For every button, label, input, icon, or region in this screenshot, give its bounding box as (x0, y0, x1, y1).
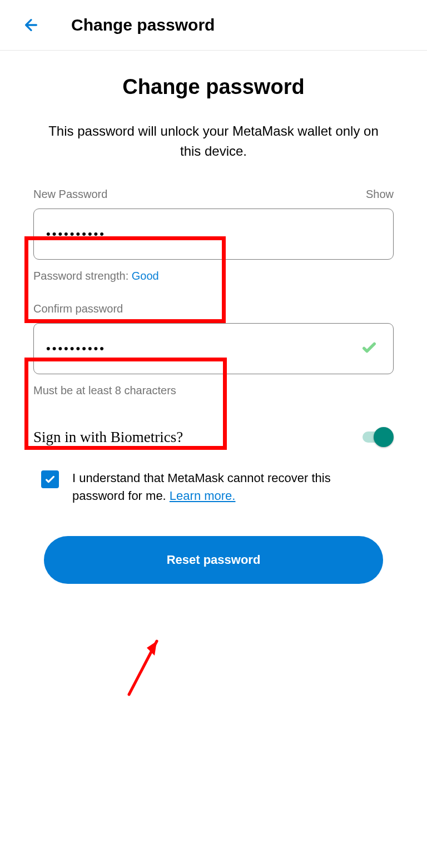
new-password-label-row: New Password Show (33, 188, 394, 201)
password-strength-value: Good (132, 270, 159, 282)
learn-more-link[interactable]: Learn more. (170, 489, 236, 503)
password-strength: Password strength: Good (33, 270, 394, 282)
app-header: Change password (0, 0, 427, 51)
new-password-group: New Password Show Password strength: Goo… (33, 188, 394, 282)
new-password-label: New Password (33, 188, 107, 201)
confirm-password-group: Confirm password Must be at least 8 char… (33, 302, 394, 397)
reset-password-button[interactable]: Reset password (44, 536, 383, 584)
page-description: This password will unlock your MetaMask … (33, 121, 394, 161)
show-password-toggle[interactable]: Show (366, 188, 394, 201)
new-password-input[interactable] (33, 209, 394, 260)
acknowledge-checkbox[interactable] (41, 470, 59, 488)
confirm-password-label: Confirm password (33, 302, 123, 315)
biometrics-toggle[interactable] (363, 427, 394, 447)
back-arrow-icon[interactable] (22, 16, 40, 34)
toggle-thumb (374, 427, 394, 447)
checkmark-icon (44, 473, 56, 485)
svg-line-0 (129, 641, 157, 695)
confirm-password-input-wrap (33, 323, 394, 374)
confirm-password-hint: Must be at least 8 characters (33, 384, 394, 397)
acknowledge-row: I understand that MetaMask cannot recove… (33, 469, 394, 505)
biometrics-row: Sign in with Biometrics? (33, 427, 394, 447)
new-password-input-wrap (33, 209, 394, 260)
acknowledge-text: I understand that MetaMask cannot recove… (72, 469, 386, 505)
confirm-password-input[interactable] (33, 323, 394, 374)
header-title: Change password (71, 16, 215, 34)
svg-marker-1 (147, 641, 157, 656)
annotation-arrow-icon (123, 633, 168, 700)
biometrics-label: Sign in with Biometrics? (33, 429, 183, 446)
main-content: Change password This password will unloc… (0, 51, 427, 606)
page-title: Change password (33, 75, 394, 99)
confirm-match-check-icon (360, 339, 378, 359)
confirm-password-label-row: Confirm password (33, 302, 394, 315)
password-strength-label: Password strength: (33, 270, 132, 282)
